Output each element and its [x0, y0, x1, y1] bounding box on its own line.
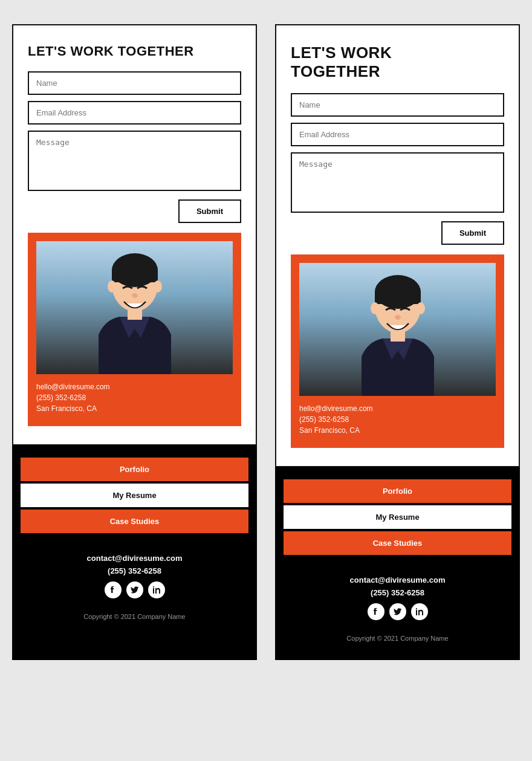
svg-point-11	[417, 302, 425, 314]
svg-point-10	[371, 302, 379, 314]
svg-rect-2	[112, 270, 158, 282]
left-portfolio-button[interactable]: Porfolio	[21, 458, 248, 481]
svg-point-3	[108, 280, 116, 293]
left-profile-image-wrapper	[28, 233, 241, 374]
left-name-input[interactable]	[28, 71, 241, 95]
left-footer-phone: (255) 352-6258	[21, 566, 248, 575]
right-section-title: LET'S WORKTOGETHER	[291, 44, 504, 81]
right-case-studies-button[interactable]: Case Studies	[284, 531, 511, 555]
left-footer: contact@diviresume.com (255) 352-6258	[12, 542, 257, 604]
right-footer-phone: (255) 352-6258	[284, 588, 511, 597]
svg-point-4	[154, 280, 162, 293]
right-copyright: Copyright © 2021 Company Name	[275, 626, 520, 642]
page-wrapper: LET'S WORK TOGETHER Submit	[12, 24, 520, 660]
right-email-display: hello@diviresume.com	[299, 404, 496, 413]
svg-rect-13	[391, 331, 405, 342]
right-facebook-icon[interactable]	[368, 603, 384, 620]
left-case-studies-button[interactable]: Case Studies	[21, 510, 248, 533]
left-message-textarea[interactable]	[28, 131, 241, 191]
left-email-input[interactable]	[28, 101, 241, 125]
right-portfolio-button[interactable]: Porfolio	[284, 479, 511, 503]
right-profile-image	[299, 263, 496, 396]
left-profile-image	[36, 241, 233, 374]
right-location-display: San Francisco, CA	[299, 426, 496, 435]
svg-point-12	[395, 315, 401, 320]
right-email-group	[291, 123, 504, 146]
left-profile-section: hello@diviresume.com (255) 352-6258 San …	[28, 233, 241, 426]
right-name-input[interactable]	[291, 93, 504, 117]
right-footer-email: contact@diviresume.com	[284, 575, 511, 585]
right-linkedin-icon[interactable]	[411, 603, 428, 620]
left-panel: LET'S WORK TOGETHER Submit	[12, 24, 257, 660]
right-social-icons	[284, 603, 511, 620]
right-panel: LET'S WORKTOGETHER Submit	[275, 24, 520, 660]
right-resume-button[interactable]: My Resume	[284, 505, 511, 529]
right-submit-button[interactable]: Submit	[441, 221, 504, 245]
left-email-group	[28, 101, 241, 125]
right-profile-section: hello@diviresume.com (255) 352-6258 San …	[291, 254, 504, 448]
right-footer: contact@diviresume.com (255) 352-6258	[275, 563, 520, 626]
left-footer-email: contact@diviresume.com	[21, 554, 248, 563]
svg-rect-6	[128, 309, 142, 320]
left-submit-button[interactable]: Submit	[178, 199, 241, 223]
svg-point-5	[132, 293, 138, 298]
left-submit-row: Submit	[28, 199, 241, 223]
right-phone-display: (255) 352-6258	[299, 415, 496, 424]
left-section-title: LET'S WORK TOGETHER	[28, 44, 241, 59]
left-name-group	[28, 71, 241, 95]
right-message-textarea[interactable]	[291, 152, 504, 213]
right-nav-buttons: Porfolio My Resume Case Studies	[275, 467, 520, 563]
right-email-input[interactable]	[291, 123, 504, 146]
left-facebook-icon[interactable]	[105, 581, 122, 598]
left-resume-button[interactable]: My Resume	[21, 484, 248, 507]
left-phone-display: (255) 352-6258	[36, 393, 233, 402]
left-message-group	[28, 131, 241, 193]
left-linkedin-icon[interactable]	[148, 581, 165, 598]
right-twitter-icon[interactable]	[389, 603, 406, 620]
right-message-group	[291, 152, 504, 215]
left-nav-buttons: Porfolio My Resume Case Studies	[12, 445, 257, 542]
left-email-display: hello@diviresume.com	[36, 383, 233, 391]
left-location-display: San Francisco, CA	[36, 404, 233, 413]
right-contact-card: LET'S WORKTOGETHER Submit	[275, 24, 520, 467]
right-contact-info: hello@diviresume.com (255) 352-6258 San …	[291, 396, 504, 448]
right-submit-row: Submit	[291, 221, 504, 245]
left-twitter-icon[interactable]	[126, 581, 143, 598]
left-social-icons	[21, 581, 248, 598]
right-profile-image-wrapper	[291, 254, 504, 396]
right-name-group	[291, 93, 504, 117]
left-contact-info: hello@diviresume.com (255) 352-6258 San …	[28, 374, 241, 426]
left-copyright: Copyright © 2021 Company Name	[12, 604, 257, 620]
left-contact-card: LET'S WORK TOGETHER Submit	[12, 24, 257, 445]
svg-rect-9	[375, 292, 421, 304]
